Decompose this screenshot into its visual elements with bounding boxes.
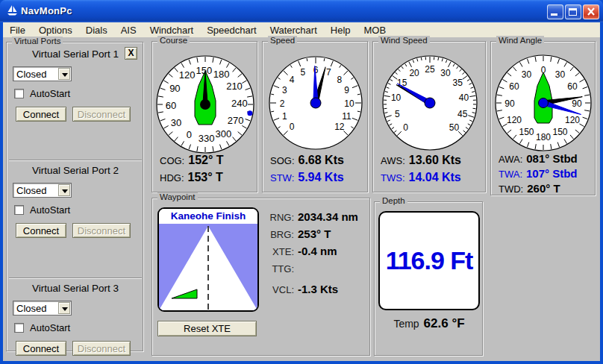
depth-label: Depth: [380, 196, 407, 205]
disconnect-button[interactable]: Disconnect: [72, 341, 131, 356]
readout-label: AWA:: [499, 154, 522, 165]
menu-item-speedchart[interactable]: Speedchart: [200, 24, 263, 37]
wind-angle-gauge-group: Wind Angle 0180303060609090120120150150 …: [490, 41, 596, 195]
readout-label: TWS:: [381, 172, 405, 183]
svg-text:120: 120: [565, 115, 580, 125]
svg-text:10: 10: [391, 92, 402, 103]
menu-item-dials[interactable]: Dials: [79, 24, 114, 37]
combo-drop-button[interactable]: [58, 184, 70, 196]
svg-text:12: 12: [334, 122, 345, 132]
svg-text:120: 120: [179, 69, 196, 81]
port-status-select[interactable]: Closed: [13, 183, 72, 198]
readout-label: TWD:: [499, 183, 523, 195]
menu-item-help[interactable]: Help: [324, 24, 357, 37]
menu-item-mob[interactable]: MOB: [357, 24, 393, 37]
menu-item-ais[interactable]: AIS: [114, 24, 143, 37]
menu-item-windchart[interactable]: Windchart: [143, 24, 201, 37]
readout-value: 6.68 Kts: [299, 154, 344, 166]
menu-item-waterchart[interactable]: Waterchart: [263, 24, 324, 37]
window-titlebar[interactable]: NavMonPc: [0, 0, 603, 22]
readout-value: 081° Stbd: [526, 152, 578, 165]
svg-text:150: 150: [519, 127, 534, 137]
autostart-checkbox[interactable]: [14, 323, 24, 333]
connect-button[interactable]: Connect: [16, 341, 66, 356]
field-value: -0.4 nm: [298, 245, 337, 257]
autostart-label: AutoStart: [30, 88, 70, 99]
readout-value: 14.04 Kts: [409, 171, 461, 183]
waypoint-field-row: RNG:2034.34 nm: [266, 210, 358, 224]
svg-text:180: 180: [213, 69, 230, 80]
readout-label: HDG:: [160, 172, 184, 183]
minimize-button[interactable]: [547, 4, 563, 19]
maximize-icon: [569, 8, 577, 16]
disconnect-button[interactable]: Disconnect: [72, 107, 131, 122]
svg-text:3: 3: [282, 85, 287, 95]
svg-text:2: 2: [280, 98, 285, 109]
readout-value: 5.94 Kts: [298, 171, 343, 183]
wind-speed-dial: 05101520253035404550: [373, 49, 487, 154]
field-label: VCL:: [266, 284, 294, 295]
field-value: 2034.34 nm: [298, 210, 358, 223]
virtual-ports-label: Virtual Ports: [12, 37, 63, 46]
waypoint-course-graphic: [159, 224, 257, 310]
reset-xte-button[interactable]: Reset XTE: [157, 321, 257, 336]
sailboat-icon: [6, 4, 19, 17]
field-label: BRG:: [266, 229, 294, 240]
field-label: XTE:: [266, 246, 294, 257]
port-status-value: Closed: [16, 69, 46, 80]
svg-text:60: 60: [567, 81, 578, 92]
autostart-checkbox[interactable]: [14, 89, 24, 98]
autostart-checkbox[interactable]: [14, 205, 24, 215]
wind-angle-dial: 0180303060609090120120150150: [491, 49, 596, 152]
connect-button[interactable]: Connect: [16, 107, 66, 122]
port-status-value: Closed: [16, 303, 46, 314]
close-icon: [584, 5, 599, 19]
readout-row: HDG:153° T: [160, 171, 223, 184]
svg-text:5: 5: [395, 109, 400, 119]
port-status-value: Closed: [16, 185, 46, 196]
chevron-down-icon: [62, 307, 68, 311]
menu-item-options[interactable]: Options: [32, 24, 79, 37]
svg-text:0: 0: [403, 122, 408, 133]
combo-drop-button[interactable]: [58, 302, 70, 314]
maximize-button[interactable]: [565, 4, 581, 19]
port-title: Virtual Serial Port 1: [16, 48, 135, 60]
close-button[interactable]: [583, 4, 599, 19]
disconnect-button[interactable]: Disconnect: [72, 223, 131, 238]
svg-text:90: 90: [504, 98, 515, 109]
svg-text:4: 4: [290, 75, 295, 85]
readout-value: 260° T: [527, 182, 560, 195]
readout-label: TWA:: [499, 169, 522, 180]
svg-text:20: 20: [409, 68, 419, 78]
waypoint-field-row: TTG:: [266, 262, 298, 275]
readout-value: 107° Stbd: [526, 167, 578, 180]
port-status-select[interactable]: Closed: [13, 66, 72, 81]
port-section: Virtual Serial Port 3 Closed AutoStart C…: [7, 281, 144, 364]
port-status-select[interactable]: Closed: [13, 301, 72, 316]
svg-text:240: 240: [231, 98, 248, 109]
field-label: TTG:: [266, 263, 294, 274]
connect-button[interactable]: Connect: [16, 223, 66, 238]
svg-text:9: 9: [344, 85, 349, 95]
svg-text:30: 30: [555, 69, 566, 80]
waypoint-label: Waypoint: [157, 192, 198, 201]
wind-speed-gauge-label: Wind Speed: [378, 36, 430, 45]
readout-row: SOG:6.68 Kts: [270, 154, 344, 167]
svg-text:0: 0: [290, 122, 295, 132]
readout-row: STW:5.94 Kts: [270, 171, 344, 184]
port-title: Virtual Serial Port 3: [16, 283, 135, 294]
combo-drop-button[interactable]: [58, 68, 70, 80]
temp-row: Temp62.6 °F: [375, 316, 484, 331]
menu-item-file[interactable]: File: [3, 24, 32, 37]
port-separator: [9, 160, 142, 161]
svg-text:40: 40: [459, 92, 469, 103]
depth-value: 116.9 Ft: [380, 213, 478, 309]
field-value: 253° T: [298, 228, 331, 240]
svg-text:25: 25: [425, 64, 435, 75]
field-label: RNG:: [266, 212, 294, 223]
svg-text:30: 30: [440, 68, 451, 78]
svg-text:1: 1: [282, 111, 287, 122]
svg-text:8: 8: [337, 75, 342, 85]
port-title: Virtual Serial Port 2: [16, 165, 135, 176]
waypoint-field-row: XTE:-0.4 nm: [266, 245, 337, 258]
